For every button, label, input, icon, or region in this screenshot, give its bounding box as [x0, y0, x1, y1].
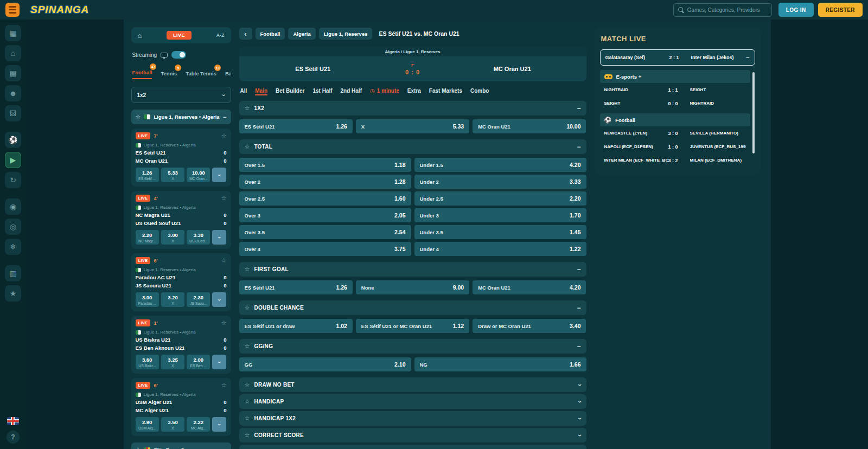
favorite-star-icon[interactable]: ☆	[221, 195, 227, 202]
sport-tab-tennis[interactable]: 9Tennis	[161, 69, 177, 79]
odds-cell[interactable]: NG1.66	[414, 357, 586, 371]
login-button[interactable]: LOG IN	[778, 3, 814, 17]
collapse-icon[interactable]: −	[746, 54, 749, 61]
odds-cell[interactable]: Over 43.75	[239, 242, 411, 256]
odds-cell[interactable]: Over 3.52.54	[239, 225, 411, 239]
odds-cell[interactable]: Over 1.51.18	[239, 158, 411, 172]
language-flag-uk-icon[interactable]	[7, 417, 19, 425]
favorite-star-icon[interactable]: ☆	[221, 382, 227, 389]
expand-chevron-icon[interactable]: ›	[576, 384, 584, 386]
market-header[interactable]: ☆HANDICAP 1X2›	[239, 411, 586, 426]
favorite-star-icon[interactable]: ☆	[221, 319, 227, 326]
collapse-icon[interactable]: −	[577, 105, 580, 112]
slots-icon[interactable]: ▦	[5, 25, 21, 41]
odds-cell[interactable]: MC Oran U214.20	[473, 280, 586, 294]
register-button[interactable]: REGISTER	[818, 3, 863, 17]
market-header[interactable]: ☆DRAW NO BET›	[239, 377, 586, 392]
collapse-icon[interactable]: −	[223, 114, 226, 120]
odds-cell[interactable]: ES Sétif U211.26	[239, 119, 353, 133]
breadcrumb-league[interactable]: Ligue 1, Reserves	[319, 28, 373, 40]
star-icon[interactable]: ☆	[245, 105, 250, 112]
scrollbar-thumb[interactable]	[752, 72, 755, 153]
odds-cell[interactable]: Under 41.22	[414, 242, 586, 256]
promotions-icon[interactable]: ★	[5, 285, 21, 302]
star-icon[interactable]: ☆	[245, 304, 250, 311]
market-tab-1-minute[interactable]: ◷1 minute	[370, 88, 399, 95]
odds-button[interactable]: 2.20NC Magr...	[136, 230, 159, 245]
odds-cell[interactable]: Under 1.54.20	[414, 158, 586, 172]
odds-button[interactable]: 3.60US Biskr...	[136, 355, 159, 369]
menu-button[interactable]	[5, 3, 20, 17]
star-icon[interactable]: ☆	[245, 343, 250, 350]
star-icon[interactable]: ☆	[245, 143, 250, 150]
esports-icon[interactable]: ◉	[5, 198, 21, 215]
odds-cell[interactable]: ES Sétif U21 or draw1.02	[239, 319, 353, 333]
live-match-row[interactable]: SEIGHT0 : 0NIGHTRAID	[600, 97, 750, 110]
expand-markets-button[interactable]: ›	[212, 355, 226, 369]
match-card[interactable]: LIVE1'☆Ligue 1, Reserves • AlgeriaUS Bis…	[131, 316, 231, 374]
sport-tab-football[interactable]: 42Football	[132, 68, 152, 79]
odds-cell[interactable]: GG2.10	[239, 357, 411, 371]
odds-cell[interactable]: Under 2.52.20	[414, 191, 586, 206]
favorite-star-icon[interactable]: ☆	[221, 257, 227, 264]
live-tab[interactable]: LIVE	[167, 31, 192, 40]
odds-cell[interactable]: ES Sétif U21 or MC Oran U211.12	[356, 319, 469, 333]
odds-cell[interactable]: Over 21.28	[239, 175, 411, 189]
card-games-icon[interactable]: ▤	[5, 65, 21, 81]
odds-cell[interactable]: MC Oran U2110.00	[473, 119, 586, 133]
favorite-star-icon[interactable]: ☆	[221, 132, 227, 139]
collapse-icon[interactable]: −	[577, 266, 580, 273]
live-match-row[interactable]: INTER MILAN (ECF_WHITE_BOY1927)3 : 2MILA…	[600, 153, 750, 167]
market-header[interactable]: ☆1X2−	[239, 101, 586, 116]
market-header[interactable]: ☆DOUBLE CHANCE−	[239, 300, 586, 315]
odds-button[interactable]: 10.00MC Oran...	[187, 168, 210, 182]
match-card[interactable]: LIVE6'☆Ligue 1, Reserves • AlgeriaParado…	[131, 253, 231, 311]
odds-button[interactable]: 3.20X	[161, 292, 184, 307]
collapse-icon[interactable]: −	[577, 304, 580, 312]
market-tab-main[interactable]: Main	[255, 88, 267, 95]
market-header[interactable]: ☆HANDICAP›	[239, 394, 586, 409]
live-section-header[interactable]: E-sports +	[600, 70, 750, 83]
live-match-row[interactable]: NIGHTRAID1 : 1SEIGHT	[600, 83, 750, 97]
virtual-sports-icon[interactable]: ↻	[5, 172, 21, 188]
help-button[interactable]: ?	[7, 431, 20, 444]
expand-markets-button[interactable]: ›	[212, 230, 226, 245]
market-filter-select[interactable]: 1x2 ›	[131, 87, 231, 103]
star-icon[interactable]: ☆	[136, 113, 141, 120]
game-shows-icon[interactable]: ⚄	[5, 105, 21, 121]
live-match-row[interactable]: NEWCASTLE (ZYEN)3 : 0SEVILLA (HERMANITO)	[600, 126, 750, 140]
market-header[interactable]: ☆CORRECT SCORE›	[239, 428, 586, 442]
odds-button[interactable]: 2.30JS Saou...	[187, 292, 210, 307]
casino-lobby-icon[interactable]: ⌂	[5, 45, 21, 61]
search-input[interactable]	[687, 7, 767, 13]
breadcrumb-country[interactable]: Algeria	[288, 28, 315, 40]
odds-button[interactable]: 3.00X	[161, 230, 184, 245]
tennis-sports-icon[interactable]: ◎	[5, 219, 21, 235]
market-header[interactable]: ☆TOTAL−	[239, 139, 586, 154]
winter-sports-icon[interactable]: ❄	[5, 239, 21, 255]
table-games-icon[interactable]: ▥	[5, 265, 21, 281]
breadcrumb-sport[interactable]: Football	[256, 28, 285, 40]
odds-button[interactable]: 3.30US Oued...	[187, 230, 210, 245]
match-card[interactable]: LIVE4'☆Ligue 1, Reserves • AlgeriaNC Mag…	[131, 191, 231, 249]
odds-button[interactable]: 2.22MC Alg...	[187, 417, 210, 432]
star-icon[interactable]: ☆	[245, 398, 250, 405]
odds-cell[interactable]: Under 23.33	[414, 175, 586, 189]
star-icon[interactable]: ☆	[245, 415, 250, 422]
market-header[interactable]: ☆GG/NG−	[239, 339, 586, 354]
back-button[interactable]: ‹	[239, 28, 252, 40]
account-games-icon[interactable]: ☻	[5, 85, 21, 101]
odds-button[interactable]: 2.90USM Alg...	[136, 417, 159, 432]
odds-button[interactable]: 5.33X	[161, 168, 184, 182]
star-icon[interactable]: ☆	[245, 432, 250, 439]
odds-button[interactable]: 1.26ES Sétif ...	[136, 168, 159, 182]
odds-button[interactable]: 3.00Paradou ...	[136, 292, 159, 307]
collapse-icon[interactable]: −	[577, 343, 580, 350]
odds-cell[interactable]: Over 32.05	[239, 208, 411, 222]
market-tab-bet-builder[interactable]: Bet Builder	[276, 88, 304, 95]
sport-tab-table-tennis[interactable]: 13Table Tennis	[186, 69, 216, 79]
match-card[interactable]: LIVE7'☆Ligue 1, Reserves • AlgeriaES Sét…	[131, 129, 231, 187]
market-header[interactable]: ☆HALFTIME/FULLTIME›	[239, 445, 586, 449]
expand-chevron-icon[interactable]: ›	[576, 401, 584, 403]
collapse-icon[interactable]: −	[577, 143, 580, 151]
